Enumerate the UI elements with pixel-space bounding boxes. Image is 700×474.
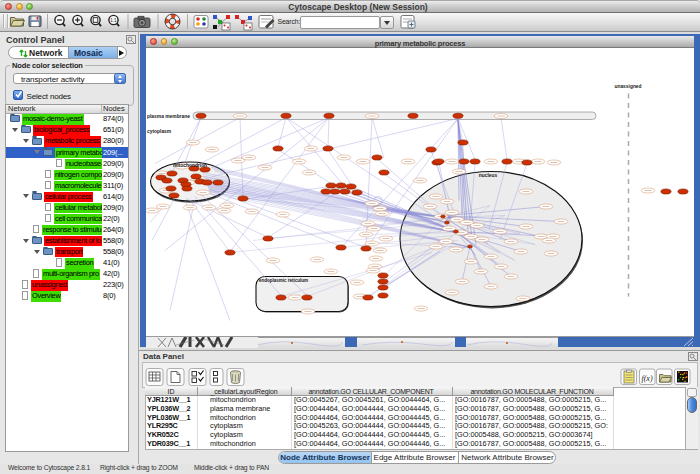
svg-text:nucleus: nucleus	[479, 173, 498, 178]
svg-text:unassigned: unassigned	[614, 84, 641, 89]
svg-text:plasma membrane: plasma membrane	[147, 114, 190, 119]
svg-text:mitochondrion: mitochondrion	[173, 163, 207, 168]
svg-text:endoplasmic reticulum: endoplasmic reticulum	[259, 278, 308, 283]
svg-text:f(x): f(x)	[641, 374, 652, 383]
svg-text:cytoplasm: cytoplasm	[147, 129, 172, 134]
svg-text:1:1: 1:1	[110, 18, 117, 23]
